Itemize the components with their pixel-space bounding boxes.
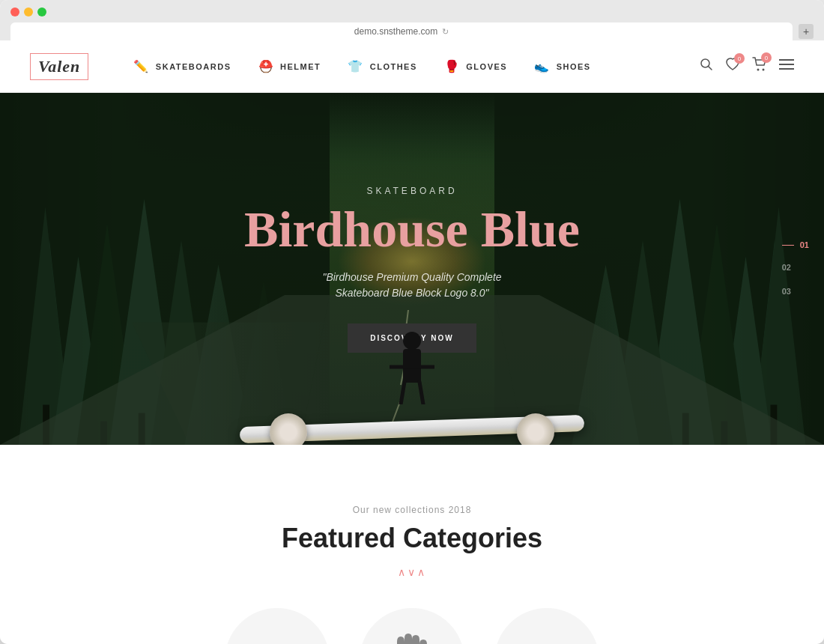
clothes-icon: 👕 — [348, 59, 364, 73]
browser-dots — [10, 7, 814, 16]
reload-icon[interactable]: ↻ — [442, 27, 449, 37]
nav-label-shoes: SHOES — [557, 62, 591, 71]
zigzag-icon: ∧∨∧ — [398, 566, 427, 578]
shoes-icon: 👟 — [534, 59, 551, 73]
hero-title: Birdhouse Blue — [244, 204, 580, 255]
hero-subtitle: SKATEBOARD — [244, 186, 580, 196]
nav-actions: 0 0 — [700, 57, 794, 76]
site-content: Valen ✏️ SKATEBOARDS ⛑️ HELMET 👕 CLOTHES… — [0, 40, 824, 644]
new-tab-button[interactable]: + — [799, 24, 814, 39]
svg-line-41 — [401, 382, 405, 404]
nav-label-clothes: CLOTHES — [370, 62, 417, 71]
nav-menu: ✏️ SKATEBOARDS ⛑️ HELMET 👕 CLOTHES 🥊 GLO… — [133, 59, 700, 73]
slide-indicator-1[interactable]: 01 — [800, 240, 809, 249]
nav-item-skateboards[interactable]: ✏️ SKATEBOARDS — [133, 59, 231, 73]
slide-indicator-3[interactable]: 03 — [782, 287, 791, 296]
nav-item-clothes[interactable]: 👕 CLOTHES — [348, 59, 417, 73]
section-gap — [0, 445, 824, 467]
svg-point-38 — [403, 332, 421, 350]
shoes-svg — [502, 638, 592, 644]
svg-line-1 — [709, 67, 712, 70]
nav-item-shoes[interactable]: 👟 SHOES — [534, 59, 591, 73]
featured-divider: ∧∨∧ — [30, 566, 794, 578]
wheel-left — [270, 413, 307, 445]
nav-item-helmet[interactable]: ⛑️ HELMET — [258, 59, 321, 73]
svg-point-3 — [763, 69, 765, 71]
category-item-shoes[interactable]: Shoes — [494, 608, 599, 644]
person-silhouette — [390, 329, 434, 404]
featured-section: Our new collections 2018 Featured Catego… — [0, 467, 824, 644]
hero-description: "Birdhouse Premium Quality CompleteSkate… — [244, 270, 580, 301]
search-button[interactable] — [700, 58, 713, 75]
nav-item-gloves[interactable]: 🥊 GLOVES — [444, 59, 507, 73]
svg-line-42 — [419, 382, 423, 404]
wishlist-badge: 0 — [734, 53, 745, 64]
browser-chrome: demo.snstheme.com ↻ + — [0, 0, 824, 40]
nav-label-skateboards: SKATEBOARDS — [156, 62, 231, 71]
wishlist-button[interactable]: 0 — [725, 58, 740, 75]
maximize-dot[interactable] — [37, 7, 46, 16]
close-dot[interactable] — [10, 7, 19, 16]
featured-title: Featured Categories — [30, 523, 794, 554]
slide-indicator-2[interactable]: 02 — [782, 263, 791, 272]
nav-label-helmet: HELMET — [280, 62, 321, 71]
browser-window: demo.snstheme.com ↻ + Valen ✏️ SKATEBOAR… — [0, 0, 824, 644]
cart-button[interactable]: 0 — [752, 57, 767, 76]
category-image-helmet — [225, 608, 330, 644]
hero-content: SKATEBOARD Birdhouse Blue "Birdhouse Pre… — [244, 186, 580, 353]
category-item-helmet[interactable]: Helmet — [225, 608, 330, 644]
cart-badge: 0 — [761, 52, 772, 63]
wheel-right — [517, 413, 554, 445]
gloves-icon: 🥊 — [444, 59, 461, 73]
address-bar-row: demo.snstheme.com ↻ + — [10, 22, 814, 40]
skateboards-icon: ✏️ — [133, 59, 150, 73]
address-bar[interactable]: demo.snstheme.com ↻ — [10, 22, 793, 40]
gloves-svg — [371, 631, 453, 644]
nav-label-gloves: GLOVES — [466, 62, 507, 71]
svg-point-2 — [757, 69, 760, 71]
url-text: demo.snstheme.com — [354, 26, 437, 37]
featured-eyebrow: Our new collections 2018 — [30, 505, 794, 515]
hero-section: SKATEBOARD Birdhouse Blue "Birdhouse Pre… — [0, 93, 824, 445]
navbar: Valen ✏️ SKATEBOARDS ⛑️ HELMET 👕 CLOTHES… — [0, 40, 824, 93]
helmet-svg — [240, 631, 315, 644]
skateboard-visual — [225, 370, 599, 445]
category-image-gloves — [360, 608, 464, 644]
helmet-icon: ⛑️ — [258, 59, 275, 73]
categories-row: Helmet Gloves — [30, 608, 794, 644]
category-image-shoes — [494, 608, 599, 644]
minimize-dot[interactable] — [24, 7, 33, 16]
site-logo[interactable]: Valen — [30, 53, 88, 80]
slide-indicators: 01 02 03 — [782, 240, 809, 297]
menu-button[interactable] — [779, 58, 794, 74]
category-item-gloves[interactable]: Gloves — [360, 608, 464, 644]
